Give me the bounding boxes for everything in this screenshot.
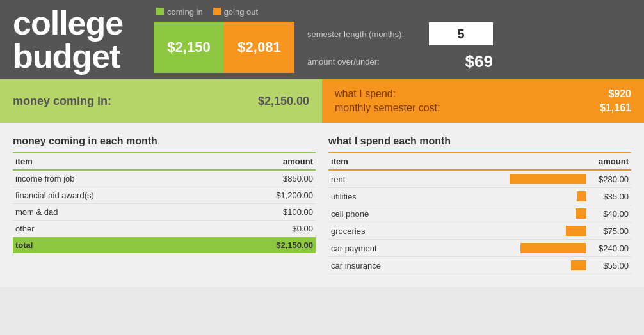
total-coming-in-value: $2,150 [167,39,210,56]
coming-in-label: coming in [167,7,203,17]
spending-table-body: rent $280.00 utilities $35.00 cell phone [328,170,631,274]
spending-item: cell phone [328,205,421,222]
left-panel: money coming in each month item amount i… [13,136,316,274]
spending-bar [576,208,586,219]
spending-amount: $280.00 [421,170,631,188]
monthly-semester-cost-row: monthly semester cost: $1,161 [335,102,631,114]
going-out-label: going out [224,7,259,17]
spending-bar-value: $55.00 [590,261,629,270]
legend-and-summary: coming in going out $2,150 $2,081 semest… [154,7,631,73]
left-panel-title: money coming in each month [13,136,316,147]
summary-right: what I spend: $920 monthly semester cost… [322,79,644,123]
spending-item: utilities [328,188,421,205]
monthly-semester-cost-label: monthly semester cost: [335,102,440,114]
spending-row: cell phone $40.00 [328,205,631,222]
amount-over-under-label: amount over/under: [307,57,423,66]
col-item-header: item [13,153,214,170]
coming-in-table: item amount income from job $850.00 fina… [13,152,316,253]
spending-bar-value: $240.00 [590,244,629,253]
coming-in-amount: $100.00 [214,204,316,221]
app-title: college budget [13,6,141,73]
spending-bar [520,243,586,253]
spending-header-row: item amount [328,153,631,170]
spending-amount: $55.00 [421,257,631,274]
spending-row: groceries $75.00 [328,222,631,240]
coming-in-item: mom & dad [13,204,214,221]
semester-length-value: 5 [457,27,464,42]
right-panel: what I spend each month item amount rent… [328,136,631,274]
coming-in-row: financial aid award(s) $1,200.00 [13,187,316,204]
coming-in-item: financial aid award(s) [13,187,214,204]
what-i-spend-row: what I spend: $920 [335,88,631,100]
what-i-spend-label: what I spend: [335,88,396,100]
going-out-dot [213,8,221,15]
spending-amount: $40.00 [421,205,631,222]
spending-item: car insurance [328,257,421,274]
monthly-semester-cost-value: $1,161 [600,102,631,114]
legend-going-out: going out [213,7,259,17]
semester-length-row: semester length (months): 5 [307,22,493,45]
title-block: college budget [13,6,141,73]
spending-col-item-header: item [328,153,421,170]
coming-in-total-row: total $2,150.00 [13,237,316,254]
total-value: $2,150.00 [214,237,316,254]
total-going-out-value: $2,081 [237,39,280,56]
total-going-out-box: $2,081 [224,22,294,73]
total-coming-in-box: $2,150 [154,22,224,73]
spending-item: groceries [328,222,421,240]
spending-bar [577,191,586,201]
spending-col-amount-header: amount [421,153,631,170]
spending-bar [566,226,586,236]
spending-table: item amount rent $280.00 utilities $35.0… [328,152,631,274]
spending-row: car payment $240.00 [328,240,631,257]
coming-in-table-body: income from job $850.00 financial aid aw… [13,170,316,253]
spending-row: rent $280.00 [328,170,631,188]
main-content: money coming in each month item amount i… [0,123,644,287]
spending-bar-value: $40.00 [590,209,629,219]
coming-in-amount: $1,200.00 [214,187,316,204]
title-line2: budget [13,38,120,75]
what-i-spend-value: $920 [608,88,631,100]
spending-item: rent [328,170,421,188]
amount-over-under-row: amount over/under: $69 [307,52,493,72]
col-amount-header: amount [214,153,316,170]
coming-in-amount: $850.00 [214,170,316,187]
header-section: college budget coming in going out $2,15… [0,0,644,79]
spending-amount: $35.00 [421,188,631,205]
coming-in-row: other $0.00 [13,221,316,237]
spending-bar-value: $35.00 [590,192,629,201]
summary-left: money coming in: $2,150.00 [0,79,322,123]
spending-bar [571,260,586,270]
legend-coming-in: coming in [156,7,203,17]
spending-amount: $240.00 [421,240,631,257]
coming-in-header-row: item amount [13,153,316,170]
total-label: total [13,237,214,254]
semester-length-value-box[interactable]: 5 [429,22,493,45]
coming-in-row: income from job $850.00 [13,170,316,187]
legend: coming in going out [154,7,631,17]
summary-boxes: $2,150 $2,081 semester length (months): … [154,22,631,73]
semester-length-label: semester length (months): [307,29,423,39]
coming-in-dot [156,8,164,15]
spending-row: car insurance $55.00 [328,257,631,274]
spending-bar-value: $280.00 [590,175,629,184]
coming-in-item: income from job [13,170,214,187]
summary-row: money coming in: $2,150.00 what I spend:… [0,79,644,123]
amount-over-under-value: $69 [429,52,493,72]
title-line1: college [13,4,123,42]
right-panel-title: what I spend each month [328,136,631,147]
coming-in-row: mom & dad $100.00 [13,204,316,221]
spending-bar [510,174,586,184]
spending-amount: $75.00 [421,222,631,240]
spending-bar-value: $75.00 [590,226,629,236]
spending-item: car payment [328,240,421,257]
coming-in-item: other [13,221,214,237]
money-coming-in-label: money coming in: [13,95,111,108]
spending-row: utilities $35.00 [328,188,631,205]
semester-info: semester length (months): 5 amount over/… [294,22,493,73]
money-coming-in-value: $2,150.00 [258,95,309,108]
coming-in-amount: $0.00 [214,221,316,237]
